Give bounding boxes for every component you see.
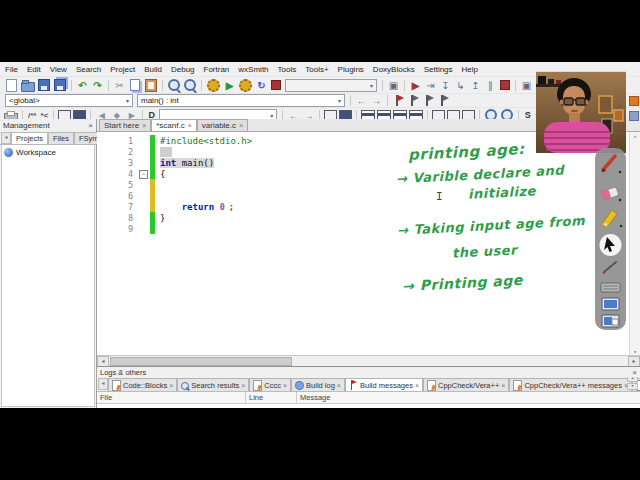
debug-windows-icon[interactable]: ▣: [520, 79, 533, 92]
debug-stop-icon[interactable]: [500, 80, 510, 90]
scroll-down-icon[interactable]: ▾: [630, 348, 640, 355]
menu-item-view[interactable]: View: [50, 65, 67, 74]
editor-vertical-scrollbar[interactable]: ▴ ▾: [629, 132, 640, 355]
menu-item-wxsmith[interactable]: wxSmith: [238, 65, 268, 74]
code-editor[interactable]: 1#include<stdio.h>23int main()4−{567 ret…: [97, 132, 640, 355]
menu-item-file[interactable]: File: [5, 65, 18, 74]
log-tab-cppcheck-vera-messages[interactable]: CppCheck/Vera++ messages×: [509, 378, 632, 391]
menu-item-settings[interactable]: Settings: [424, 65, 453, 74]
copy-icon[interactable]: [130, 79, 140, 91]
tab-close-icon[interactable]: ×: [239, 122, 243, 129]
redo-icon[interactable]: ↷: [91, 79, 104, 92]
build-and-run-icon[interactable]: [239, 79, 252, 92]
management-close-icon[interactable]: ×: [88, 121, 93, 130]
next-line-icon[interactable]: ↧: [439, 79, 452, 92]
menu-item-edit[interactable]: Edit: [27, 65, 41, 74]
menu-item-tools[interactable]: Tools+: [305, 65, 328, 74]
toggle-bookmark-icon[interactable]: [392, 94, 405, 107]
menu-item-plugins[interactable]: Plugins: [338, 65, 364, 74]
tab-close-icon[interactable]: ×: [241, 382, 245, 389]
step-out-icon[interactable]: ↥: [469, 79, 482, 92]
tab-close-icon[interactable]: ×: [283, 382, 287, 389]
logs-tabs-scroll-left-icon[interactable]: ◂: [98, 378, 108, 390]
run-to-cursor-icon[interactable]: ⇥: [424, 79, 437, 92]
line-number[interactable]: 3: [97, 158, 137, 168]
code-text: [155, 146, 172, 157]
projects-tree[interactable]: Workspace: [1, 145, 95, 407]
management-tabs-scroll-left-icon[interactable]: ◂: [1, 132, 11, 144]
menu-item-build[interactable]: Build: [144, 65, 162, 74]
open-file-icon[interactable]: [21, 82, 35, 92]
management-tab-files[interactable]: Files: [48, 132, 74, 144]
line-number[interactable]: 4: [97, 169, 137, 179]
menu-item-search[interactable]: Search: [76, 65, 101, 74]
tab-close-icon[interactable]: ×: [188, 122, 192, 129]
editor-horizontal-scrollbar[interactable]: ◂ ▸: [97, 355, 640, 366]
fold-collapse-icon[interactable]: −: [139, 170, 148, 179]
tab-close-icon[interactable]: ×: [337, 382, 341, 389]
menu-item-doxyblocks[interactable]: DoxyBlocks: [373, 65, 415, 74]
log-tab-cppcheck-vera[interactable]: CppCheck/Vera++×: [423, 378, 509, 391]
scroll-left-icon[interactable]: ◂: [97, 356, 109, 367]
prev-bookmark-icon[interactable]: [407, 94, 420, 107]
tab-close-icon[interactable]: ×: [501, 382, 505, 389]
fold-margin[interactable]: −: [137, 168, 150, 179]
paste-icon[interactable]: [145, 79, 157, 92]
scroll-right-icon[interactable]: ▸: [628, 356, 640, 367]
log-tab-code-blocks[interactable]: Code::Blocks×: [108, 378, 177, 391]
menu-item-debug[interactable]: Debug: [171, 65, 195, 74]
line-number[interactable]: 8: [97, 213, 137, 223]
management-tab-projects[interactable]: Projects: [11, 132, 48, 144]
scrollbar-thumb[interactable]: [110, 357, 292, 366]
log-tab-search-results[interactable]: Search results×: [177, 378, 249, 391]
log-tab-build-messages[interactable]: Build messages×: [345, 378, 423, 391]
save-icon[interactable]: [38, 79, 50, 91]
new-file-icon[interactable]: [6, 79, 17, 92]
goto-forward-icon[interactable]: →: [370, 94, 383, 107]
function-select[interactable]: main() : int▾: [137, 94, 345, 107]
menu-item-tools[interactable]: Tools: [278, 65, 297, 74]
menu-item-fortran[interactable]: Fortran: [204, 65, 230, 74]
abort-build-icon[interactable]: [271, 80, 281, 90]
menu-item-help[interactable]: Help: [462, 65, 478, 74]
logs-close-icon[interactable]: ×: [632, 368, 637, 377]
logs-scroll-down-icon[interactable]: ▾: [627, 383, 638, 390]
tree-item-workspace[interactable]: Workspace: [4, 148, 92, 157]
tab-close-icon[interactable]: ×: [169, 382, 173, 389]
annotation-toolbar: [594, 148, 628, 336]
line-number[interactable]: 5: [97, 180, 137, 190]
find-replace-icon[interactable]: [184, 79, 196, 91]
editor-tab-start-here[interactable]: Start here×: [99, 119, 151, 131]
rebuild-icon[interactable]: ↻: [255, 79, 268, 92]
line-number[interactable]: 7: [97, 202, 137, 212]
line-number[interactable]: 2: [97, 147, 137, 157]
log-tab-build-log[interactable]: Build log×: [291, 378, 345, 391]
line-number[interactable]: 1: [97, 136, 137, 146]
scroll-up-icon[interactable]: ▴: [630, 132, 640, 139]
step-into-icon[interactable]: ↳: [454, 79, 467, 92]
save-all-icon[interactable]: [54, 79, 66, 91]
window-icon[interactable]: ▣: [387, 79, 400, 92]
editor-tab-scanf-c[interactable]: *scanf.c×: [151, 119, 197, 131]
build-icon[interactable]: [207, 79, 220, 92]
editor-tab-label: *scanf.c: [156, 121, 184, 130]
debug-continue-icon[interactable]: ▶: [409, 79, 422, 92]
logs-scroll-up-icon[interactable]: ▴: [627, 377, 638, 382]
tab-close-icon[interactable]: ×: [142, 122, 146, 129]
cut-icon[interactable]: ✂: [113, 79, 126, 92]
scope-select[interactable]: <global>▾: [5, 94, 133, 107]
next-bookmark-icon[interactable]: [422, 94, 435, 107]
find-icon[interactable]: [168, 79, 180, 91]
editor-tab-variable-c[interactable]: variable.c×: [197, 119, 248, 131]
run-icon[interactable]: ▶: [223, 79, 236, 92]
goto-back-icon[interactable]: ←: [355, 94, 368, 107]
line-number[interactable]: 9: [97, 224, 137, 234]
menu-item-project[interactable]: Project: [110, 65, 135, 74]
clear-bookmarks-icon[interactable]: [437, 94, 450, 107]
undo-icon[interactable]: ↶: [76, 79, 89, 92]
debug-pause-icon[interactable]: ∥: [484, 79, 497, 92]
tab-close-icon[interactable]: ×: [415, 382, 419, 389]
log-tab-cccc[interactable]: Cccc×: [249, 378, 291, 391]
line-number[interactable]: 6: [97, 191, 137, 201]
build-target-select[interactable]: ▾: [285, 79, 377, 92]
